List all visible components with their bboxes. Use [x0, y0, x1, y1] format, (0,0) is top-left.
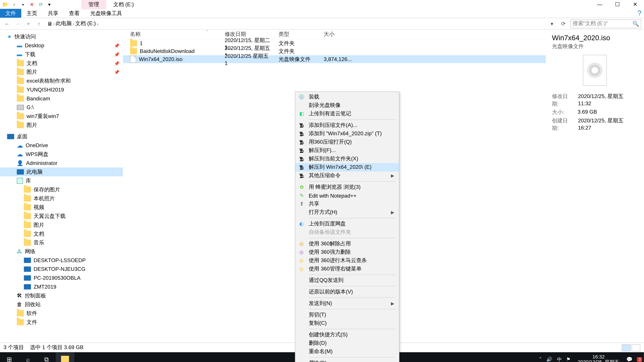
nav-downloads[interactable]: ▬下载📌 [0, 50, 123, 59]
ctx-360-manage[interactable]: ◎使用 360管理右键菜单 [296, 265, 399, 273]
nav-item[interactable]: excel表格制作求和 [0, 76, 123, 85]
ctx-send-to[interactable]: 发送到(N)▶ [296, 299, 399, 308]
nav-item[interactable]: DESKTOP-NJEU3CG [0, 265, 123, 274]
nav-item[interactable]: 图片 [0, 121, 123, 130]
nav-item[interactable]: 软件 [0, 309, 123, 318]
minimize-button[interactable]: — [591, 0, 608, 9]
ctx-restore[interactable]: 还原以前的版本(V) [296, 288, 399, 296]
qat-item[interactable]: ▫ [10, 1, 18, 8]
file-row[interactable]: BaiduNetdiskDownload 2020/12/25, 星期五 1..… [123, 47, 546, 55]
ctx-baidu[interactable]: ◐上传到百度网盘 [296, 220, 399, 228]
recent-dropdown[interactable]: ▾ [24, 19, 33, 28]
ctx-add-zip[interactable]: 🗜添加到 "Win7x64_2020.zip" (T) [296, 130, 399, 138]
search-input[interactable]: 搜索"文档 (E:)" 🔍 [570, 19, 641, 28]
qat-item[interactable]: ▪ [20, 1, 26, 8]
ctx-rename[interactable]: 重命名(M) [296, 348, 399, 356]
details-view-button[interactable] [622, 344, 631, 351]
ctx-shortcut[interactable]: 创建快捷方式(S) [296, 331, 399, 339]
nav-item[interactable]: DESKTOP-LSSOEDP [0, 256, 123, 265]
nav-item[interactable]: PC-20190530OBLA [0, 274, 123, 282]
nav-admin[interactable]: 👤Administrator [0, 159, 123, 168]
navigation-pane[interactable]: ★快速访问 ▬Desktop📌 ▬下载📌 文档📌 图片📌 excel表格制作求和… [0, 30, 123, 343]
ctx-copy[interactable]: 复制(C) [296, 319, 399, 328]
nav-item[interactable]: 视频 [0, 203, 123, 212]
crumb-pc[interactable]: 此电脑 [56, 20, 72, 27]
action-center-icon[interactable]: 💬 [626, 357, 632, 362]
ctx-youdao[interactable]: ◧上传到有道云笔记 [296, 110, 399, 118]
nav-drive[interactable]: G:\ [0, 103, 123, 112]
ribbon-help-icon[interactable]: ? [635, 9, 644, 18]
qat-dropdown[interactable]: ▾ [46, 1, 53, 8]
nav-pictures[interactable]: 图片📌 [0, 67, 123, 76]
clock[interactable]: 16:32 2020/12/25, 星期五 [575, 354, 622, 362]
volume-icon[interactable]: 🔊 [546, 357, 552, 362]
nav-item[interactable]: 天翼云盘下载 [0, 212, 123, 221]
ctx-notepadpp[interactable]: ✎Edit with Notepad++ [296, 191, 399, 200]
back-button[interactable]: ← [3, 19, 12, 28]
ctx-extract-to[interactable]: 🗜解压到(F)... [296, 146, 399, 155]
explorer-taskbar-button[interactable] [56, 352, 74, 362]
desktop-group[interactable]: 桌面 [0, 132, 123, 141]
breadcrumb[interactable]: 🖥 › 此电脑 › 文档 (E:) › [45, 20, 546, 27]
file-row-selected[interactable]: Win7x64_2020.iso 2020/12/25 星期五 1 光盘映像文件… [123, 55, 546, 63]
nav-item[interactable]: 音乐 [0, 238, 123, 247]
nav-item[interactable]: 文档 [0, 229, 123, 238]
nav-wps[interactable]: ☁WPS网盘 [0, 150, 123, 159]
ctx-fengmi[interactable]: ✿用 蜂蜜浏览器 浏览(3) [296, 183, 399, 191]
ime-indicator[interactable]: 中 [557, 356, 562, 362]
ctx-burn[interactable]: 刻录光盘映像 [296, 101, 399, 110]
col-type[interactable]: 类型 [275, 30, 320, 38]
nav-item[interactable]: 保存的图片 [0, 185, 123, 194]
quick-access-group[interactable]: ★快速访问 [0, 32, 123, 41]
file-row[interactable]: 1 2020/12/15, 星期二 1... 文件夹 [123, 39, 546, 47]
nav-network[interactable]: 🖧网络 [0, 247, 123, 256]
nav-libraries[interactable]: 库 [0, 176, 123, 185]
column-headers[interactable]: 名称 修改日期 类型 大小 [123, 30, 546, 39]
nav-desktop[interactable]: ▬Desktop📌 [0, 41, 123, 50]
nav-item[interactable]: win7重装win7 [0, 112, 123, 121]
qat-item[interactable]: ⟳ [37, 1, 44, 8]
ctx-properties[interactable]: 属性(R) [296, 359, 399, 362]
maximize-button[interactable]: ☐ [608, 0, 626, 9]
nav-item[interactable]: ZMT2019 [0, 282, 123, 291]
ctx-delete[interactable]: 删除(D) [296, 339, 399, 348]
forward-button[interactable]: → [13, 19, 22, 28]
ctx-share[interactable]: ⇪共享 [296, 200, 399, 208]
crumb-location[interactable]: 文档 (E:) [75, 20, 96, 27]
ribbon-iso-tools[interactable]: 光盘映像工具 [85, 9, 127, 18]
ctx-open-360zip[interactable]: 🗜用360压缩打开(Q) [296, 138, 399, 146]
nav-item[interactable]: Bandicam [0, 94, 123, 103]
ctx-extract-named[interactable]: 🗜解压到 Win7x64_2020\ (E) [296, 163, 399, 171]
ctx-360-unlock[interactable]: ◎使用 360解除占用 [296, 240, 399, 248]
ctx-open-with[interactable]: 打开方式(H)▶ [296, 208, 399, 217]
nav-item[interactable]: 图片 [0, 221, 123, 229]
nav-this-pc[interactable]: 此电脑 [0, 167, 123, 176]
ctx-extract-here[interactable]: 🗜解压到当前文件夹(X) [296, 155, 399, 163]
nav-item[interactable]: 文件 [0, 318, 123, 327]
qat-delete[interactable]: ✕ [28, 1, 36, 8]
ribbon-home[interactable]: 主页 [21, 9, 42, 18]
task-view-button[interactable]: ⧉ [37, 352, 56, 362]
refresh-button[interactable]: ⟳ [559, 19, 568, 28]
ctx-360-scan[interactable]: ◎使用 360进行木马云查杀 [296, 256, 399, 265]
nav-control-panel[interactable]: 🛠控制面板 [0, 291, 123, 300]
ribbon-view[interactable]: 查看 [64, 9, 85, 18]
icons-view-button[interactable] [632, 344, 640, 351]
nav-recycle[interactable]: 🗑回收站 [0, 300, 123, 309]
close-button[interactable]: ✕ [626, 0, 644, 9]
tray-chevron-icon[interactable]: ˄ [539, 357, 542, 362]
search-button[interactable]: ⌕ [18, 352, 37, 362]
ctx-qq-send[interactable]: 通过QQ发送到 [296, 276, 399, 285]
ctx-mount[interactable]: 💿装载 [296, 93, 399, 101]
start-button[interactable]: ⊞ [0, 352, 18, 362]
nav-item[interactable]: 本机照片 [0, 194, 123, 203]
col-size[interactable]: 大小 [320, 30, 352, 38]
address-dropdown[interactable]: ▾ [548, 19, 556, 28]
ctx-cut[interactable]: 剪切(T) [296, 311, 399, 319]
ctx-360-forcedel[interactable]: ◎使用 360强力删除 [296, 248, 399, 256]
ctx-other-archive[interactable]: 🗜其他压缩命令▶ [296, 171, 399, 180]
tray-app-icon[interactable]: ⚑ [566, 357, 570, 362]
ribbon-share[interactable]: 共享 [42, 9, 64, 18]
ctx-add-archive[interactable]: 🗜添加到压缩文件(A)... [296, 121, 399, 130]
nav-documents[interactable]: 文档📌 [0, 59, 123, 68]
